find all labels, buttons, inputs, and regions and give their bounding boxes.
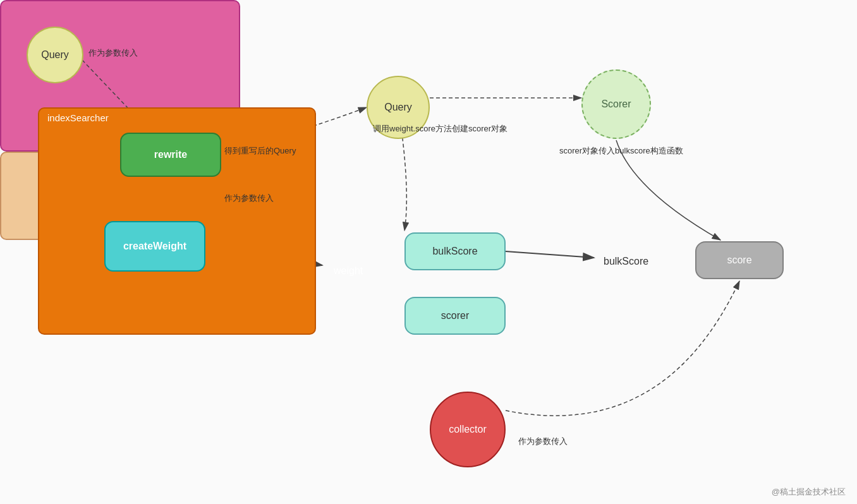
create-weight-label: createWeight	[123, 241, 186, 252]
rewrite-label: rewrite	[154, 149, 187, 160]
scorer-label: Scorer	[601, 99, 631, 110]
diagram: Query 作为参数传入 indexSearcher rewrite creat…	[0, 0, 857, 504]
bulk-score-box-label: bulkScore	[604, 256, 648, 267]
ann-scorer-bulk: scorer对象传入bulkscore构造函数	[559, 145, 683, 157]
create-weight-node: createWeight	[104, 221, 205, 272]
scorer-inner-node: scorer	[404, 297, 506, 335]
weight-box-label: weight	[334, 265, 363, 277]
watermark: @稿土掘金技术社区	[772, 486, 846, 498]
ann-param-bulk: 作为参数传入	[224, 193, 274, 204]
scorer-circle: Scorer	[581, 69, 651, 139]
scorer-inner-label: scorer	[441, 310, 469, 321]
query-tl-label: Query	[41, 49, 69, 61]
bulk-score-inner-node: bulkScore	[404, 232, 506, 270]
query-mid-label: Query	[384, 102, 412, 113]
bulk-score-inner-label: bulkScore	[432, 246, 477, 257]
svg-line-6	[506, 251, 594, 258]
collector-label: collector	[449, 424, 487, 435]
score-node: score	[695, 241, 784, 279]
ann-weight-score: 调用weight.score方法创建scorer对象	[373, 123, 508, 135]
collector-node: collector	[430, 392, 506, 467]
ann-collector-param: 作为参数传入	[518, 436, 568, 447]
score-label: score	[727, 255, 751, 266]
ann-query-param: 作为参数传入	[88, 47, 138, 59]
ann-rewrite-query: 得到重写后的Query	[224, 145, 296, 157]
rewrite-node: rewrite	[120, 133, 221, 177]
index-searcher-label: indexSearcher	[47, 112, 109, 123]
query-node-topleft: Query	[27, 27, 83, 83]
